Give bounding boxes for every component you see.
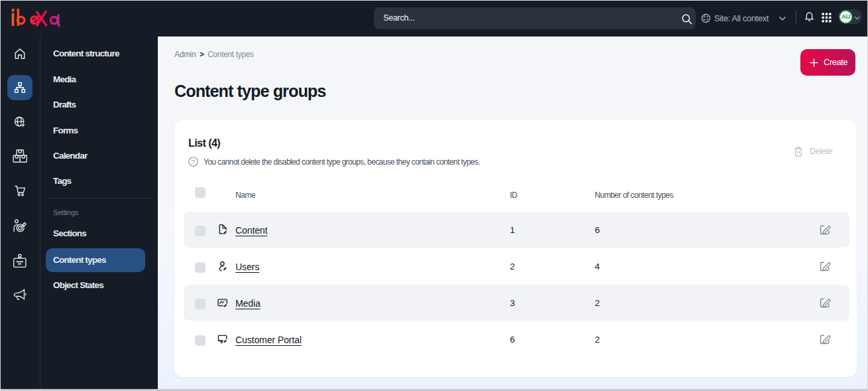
svg-text:?: ?: [192, 158, 195, 165]
